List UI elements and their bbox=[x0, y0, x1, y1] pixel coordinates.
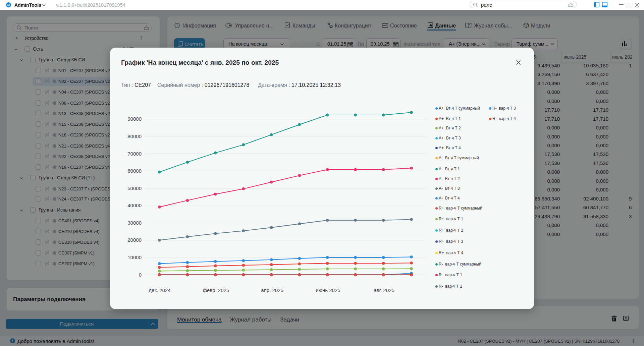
svg-text:80000: 80000 bbox=[127, 133, 142, 139]
svg-text:дек. 2024: дек. 2024 bbox=[149, 287, 170, 293]
svg-text:авг. 2025: авг. 2025 bbox=[374, 287, 394, 293]
svg-text:60000: 60000 bbox=[127, 168, 142, 174]
svg-text:0: 0 bbox=[139, 272, 142, 278]
svg-text:90000: 90000 bbox=[127, 116, 142, 122]
svg-text:10000: 10000 bbox=[127, 254, 142, 260]
svg-text:февр. 2025: февр. 2025 bbox=[203, 287, 229, 293]
svg-text:апр. 2025: апр. 2025 bbox=[261, 287, 283, 293]
svg-text:30000: 30000 bbox=[127, 220, 142, 226]
svg-text:июнь 2025: июнь 2025 bbox=[316, 287, 340, 293]
svg-text:40000: 40000 bbox=[127, 203, 142, 208]
svg-text:50000: 50000 bbox=[127, 185, 142, 191]
svg-text:70000: 70000 bbox=[127, 151, 142, 157]
svg-text:20000: 20000 bbox=[127, 237, 142, 243]
